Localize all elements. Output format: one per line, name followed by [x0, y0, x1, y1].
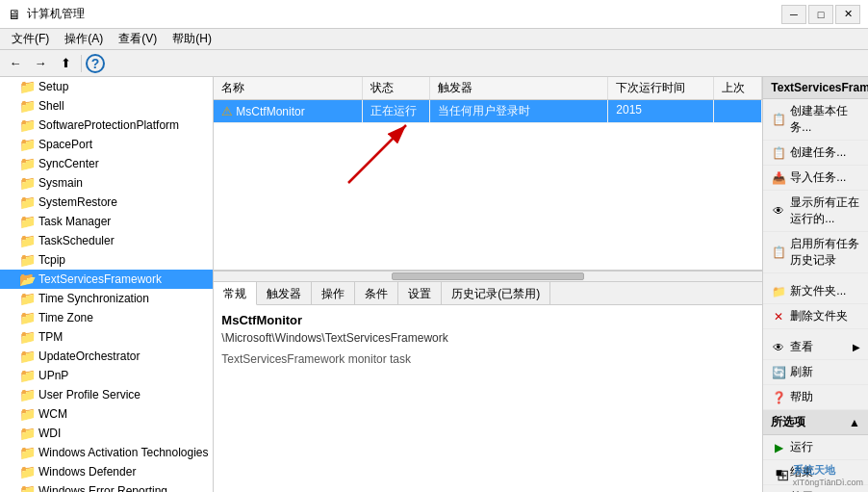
app-title: 计算机管理	[27, 6, 85, 22]
folder-icon: 📁	[19, 426, 35, 441]
action-delete-folder[interactable]: ✕ 删除文件夹	[763, 304, 868, 329]
sidebar-item-shell[interactable]: 📁 Shell	[0, 96, 213, 116]
action-import[interactable]: 📥 导入任务...	[763, 166, 868, 191]
maximize-button[interactable]: □	[808, 5, 833, 24]
sidebar-item-sysmain[interactable]: 📁 Sysmain	[0, 173, 213, 193]
sidebar[interactable]: 📁 Setup 📁 Shell 📁 SoftwareProtectionPlat…	[0, 77, 214, 492]
sidebar-item-tpm[interactable]: 📁 TPM	[0, 327, 213, 347]
minimize-button[interactable]: ─	[781, 5, 806, 24]
tab-triggers[interactable]: 触发器	[257, 282, 312, 304]
menu-file[interactable]: 文件(F)	[4, 29, 57, 49]
folder-icon: 📁	[19, 349, 35, 364]
folder-icon: 📁	[19, 233, 35, 248]
main-layout: 📁 Setup 📁 Shell 📁 SoftwareProtectionPlat…	[0, 77, 868, 492]
toolbar-separator	[81, 55, 82, 72]
menu-help[interactable]: 帮助(H)	[165, 29, 219, 49]
action-help[interactable]: ❓ 帮助	[763, 385, 868, 410]
action-run[interactable]: ▶ 运行	[763, 435, 868, 460]
sidebar-item-wdefender[interactable]: 📁 Windows Defender	[0, 462, 213, 481]
folder-icon: 📁	[19, 252, 35, 268]
app-icon: 🖥	[8, 7, 21, 22]
sidebar-item-tcpip[interactable]: 📁 Tcpip	[0, 250, 213, 270]
sidebar-item-synccenter[interactable]: 📁 SyncCenter	[0, 154, 213, 173]
tab-history[interactable]: 历史记录(已禁用)	[442, 282, 550, 304]
folder-icon: 📁	[19, 464, 35, 479]
action-create-task[interactable]: 📋 创建任务...	[763, 141, 868, 166]
up-button[interactable]: ⬆	[54, 53, 77, 74]
folder-icon: 📁	[19, 310, 35, 325]
folder-icon: 📁	[19, 291, 35, 306]
sidebar-item-userprofile[interactable]: 📁 User Profile Service	[0, 385, 213, 404]
sidebar-item-wcm[interactable]: 📁 WCM	[0, 404, 213, 424]
warning-icon: ⚠	[221, 104, 233, 118]
task-name: MsCtfMonitor	[221, 313, 754, 327]
folder-icon: 📁	[19, 483, 35, 492]
col-status: 状态	[363, 77, 430, 99]
sidebar-item-setup[interactable]: 📁 Setup	[0, 77, 213, 96]
sidebar-item-systemrestore[interactable]: 📁 SystemRestore	[0, 193, 213, 212]
menubar: 文件(F) 操作(A) 查看(V) 帮助(H)	[0, 29, 868, 50]
folder-icon: 📁	[19, 98, 35, 114]
create-task-icon: 📋	[771, 145, 786, 161]
col-trigger: 触发器	[430, 77, 608, 99]
folder-icon: 📂	[19, 272, 35, 287]
col-name: 名称	[214, 77, 363, 99]
sidebar-item-timezone[interactable]: 📁 Time Zone	[0, 308, 213, 327]
tab-conditions[interactable]: 条件	[355, 282, 398, 304]
sidebar-item-wdi[interactable]: 📁 WDI	[0, 424, 213, 443]
refresh-icon: 🔄	[771, 365, 786, 380]
action-enable-history[interactable]: 📋 启用所有任务历史记录	[763, 232, 868, 273]
bottom-panel: 常规 触发器 操作 条件 设置 历史记录(已禁用) MsCtfMonitor \…	[214, 270, 762, 462]
menu-view[interactable]: 查看(V)	[111, 29, 165, 49]
sidebar-item-taskscheduler[interactable]: 📁 TaskScheduler	[0, 231, 213, 250]
sidebar-item-wat[interactable]: 📁 Windows Activation Technologies	[0, 443, 213, 462]
tab-general[interactable]: 常规	[214, 282, 257, 305]
folder-icon: 📁	[19, 137, 35, 152]
sidebar-item-updateorch[interactable]: 📁 UpdateOrchestrator	[0, 347, 213, 366]
td-name: ⚠ MsCtfMonitor	[214, 100, 363, 122]
folder-icon: 📁	[19, 406, 35, 422]
tab-settings[interactable]: 设置	[398, 282, 442, 304]
sidebar-item-spp[interactable]: 📁 SoftwareProtectionPlatform	[0, 116, 213, 135]
action-show-running[interactable]: 👁 显示所有正在运行的...	[763, 191, 868, 232]
enable-history-icon: 📋	[771, 245, 786, 260]
table-row[interactable]: ⚠ MsCtfMonitor 正在运行 当任何用户登录时 2015	[214, 100, 762, 123]
sidebar-item-taskmanager[interactable]: 📁 Task Manager	[0, 212, 213, 231]
delete-folder-icon: ✕	[771, 309, 786, 324]
menu-action[interactable]: 操作(A)	[57, 29, 111, 49]
create-basic-icon: 📋	[771, 112, 786, 127]
tab-actions[interactable]: 操作	[312, 282, 355, 304]
col-nextrun: 下次运行时间	[608, 77, 714, 99]
sidebar-item-tsf[interactable]: 📂 TextServicesFramework	[0, 270, 213, 289]
action-view[interactable]: 👁 查看 ▶	[763, 335, 868, 360]
sidebar-item-timesync[interactable]: 📁 Time Synchronization	[0, 289, 213, 308]
watermark-text: 系统天地 xīTōngTiānDì.com	[793, 463, 863, 487]
close-button[interactable]: ✕	[835, 5, 860, 24]
sidebar-item-upnp[interactable]: 📁 UPnP	[0, 366, 213, 385]
scrollbar-area[interactable]	[214, 271, 762, 282]
help-button[interactable]: ?	[86, 54, 105, 73]
show-running-icon: 👁	[771, 203, 786, 219]
titlebar-left: 🖥 计算机管理	[8, 6, 85, 22]
back-button[interactable]: ←	[4, 53, 27, 74]
folder-icon: 📁	[19, 368, 35, 383]
titlebar: 🖥 计算机管理 ─ □ ✕	[0, 0, 868, 29]
task-description: TextServicesFramework monitor task	[221, 352, 754, 366]
sidebar-item-spaceport[interactable]: 📁 SpacePort	[0, 135, 213, 154]
actions-section1-title: TextServicesFramework ▲	[763, 77, 868, 99]
watermark: ⊞ 系统天地 xīTōngTiānDì.com	[777, 463, 863, 487]
action-create-basic[interactable]: 📋 创建基本任务...	[763, 99, 868, 141]
tab-content: MsCtfMonitor \Microsoft\Windows\TextServ…	[214, 305, 762, 374]
import-icon: 📥	[771, 170, 786, 186]
action-refresh[interactable]: 🔄 刷新	[763, 360, 868, 385]
td-status: 正在运行	[363, 100, 430, 122]
action-new-folder[interactable]: 📁 新文件夹...	[763, 279, 868, 304]
sidebar-item-werrreporting[interactable]: 📁 Windows Error Reporting	[0, 481, 213, 492]
table-area[interactable]: 名称 状态 触发器 下次运行时间 上次 ⚠ MsCtfMonitor 正在运行 …	[214, 77, 762, 270]
new-folder-icon: 📁	[771, 284, 786, 299]
scrollbar-thumb[interactable]	[392, 272, 584, 280]
folder-icon: 📁	[19, 214, 35, 229]
forward-button[interactable]: →	[29, 53, 52, 74]
section2-collapse-icon[interactable]: ▲	[849, 416, 860, 429]
folder-icon: 📁	[19, 194, 35, 210]
